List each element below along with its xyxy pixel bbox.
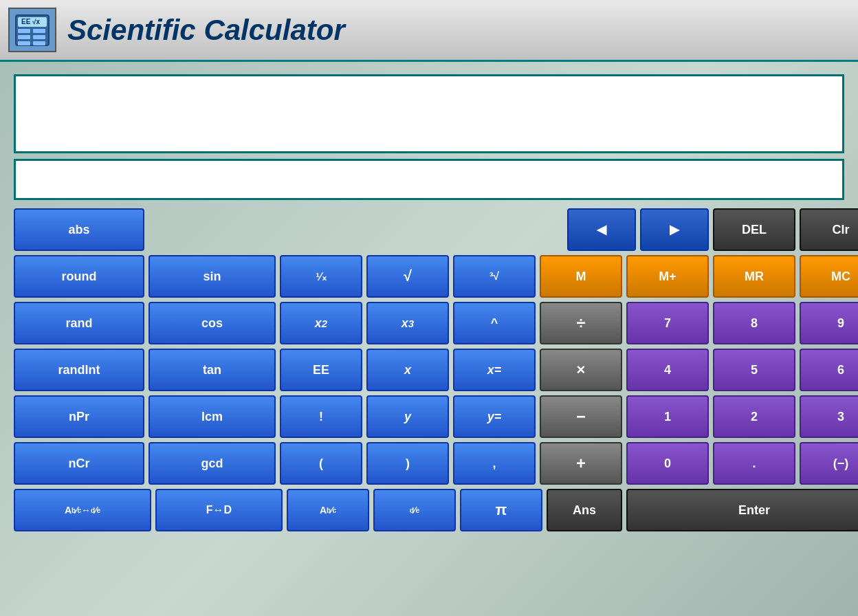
rand-btn[interactable]: rand (14, 302, 144, 344)
m-btn[interactable]: M (540, 255, 622, 298)
svg-rect-2 (18, 29, 30, 33)
calculator-body: abs ◀ ▶ DEL Clr round sin ¹∕ₓ √ ³√ M M+ … (0, 62, 858, 616)
button-row-5: nCr gcd ( ) , + 0 . (−) (14, 442, 858, 485)
button-row-4: nPr lcm ! y y= − 1 2 3 (14, 395, 858, 438)
9-btn[interactable]: 9 (800, 302, 858, 344)
mul-btn[interactable]: × (540, 349, 622, 391)
gcd-btn[interactable]: gcd (148, 442, 276, 485)
lparen-btn[interactable]: ( (280, 442, 362, 485)
sub-btn[interactable]: − (540, 395, 622, 438)
page-title: Scientific Calculator (67, 14, 345, 47)
clr-btn[interactable]: Clr (800, 208, 858, 251)
6-btn[interactable]: 6 (800, 349, 858, 391)
3-btn[interactable]: 3 (800, 395, 858, 438)
svg-rect-7 (33, 41, 45, 45)
abs-btn[interactable]: abs (14, 208, 144, 251)
rparen-btn[interactable]: ) (366, 442, 449, 485)
8-btn[interactable]: 8 (713, 302, 795, 344)
lcm-btn[interactable]: lcm (148, 395, 276, 438)
cbrt-btn[interactable]: ³√ (453, 255, 536, 298)
svg-rect-4 (18, 35, 30, 39)
button-row-1: round sin ¹∕ₓ √ ³√ M M+ MR MC (14, 255, 858, 298)
randint-btn[interactable]: randInt (14, 349, 144, 391)
fact-btn[interactable]: ! (280, 395, 362, 438)
ans-btn[interactable]: Ans (547, 489, 622, 531)
tan-btn[interactable]: tan (148, 349, 276, 391)
enter-btn[interactable]: Enter (626, 489, 858, 531)
mr-btn[interactable]: MR (713, 255, 795, 298)
svg-rect-5 (33, 35, 45, 39)
ee-btn[interactable]: EE (280, 349, 362, 391)
1-btn[interactable]: 1 (626, 395, 709, 438)
svg-rect-3 (33, 29, 45, 33)
fd-btn[interactable]: F↔D (155, 489, 283, 531)
comma-btn[interactable]: , (453, 442, 536, 485)
5-btn[interactable]: 5 (713, 349, 795, 391)
secondary-display[interactable] (14, 159, 844, 200)
button-row-3: randInt tan EE x x= × 4 5 6 (14, 349, 858, 391)
buttons-area: abs ◀ ▶ DEL Clr round sin ¹∕ₓ √ ³√ M M+ … (14, 208, 844, 531)
display-area (14, 74, 844, 200)
xcb-btn[interactable]: x3 (366, 302, 449, 344)
4-btn[interactable]: 4 (626, 349, 709, 391)
frac-btn[interactable]: Ab∕c (287, 489, 369, 531)
mplus-btn[interactable]: M+ (626, 255, 709, 298)
button-row-6: Ab∕c ↔ d∕e F↔D Ab∕c d∕e π Ans Enter (14, 489, 858, 531)
ncr-btn[interactable]: nCr (14, 442, 144, 485)
pow-btn[interactable]: ^ (453, 302, 536, 344)
cos-btn[interactable]: cos (148, 302, 276, 344)
right-arrow-btn[interactable]: ▶ (640, 208, 709, 251)
svg-rect-6 (18, 41, 30, 45)
xsq-btn[interactable]: x2 (280, 302, 362, 344)
title-icon: EE √x (8, 8, 56, 52)
title-bar: EE √x Scientific Calculator (0, 0, 858, 62)
0-btn[interactable]: 0 (626, 442, 709, 485)
npr-btn[interactable]: nPr (14, 395, 144, 438)
add-btn[interactable]: + (540, 442, 622, 485)
button-row-0: abs ◀ ▶ DEL Clr (14, 208, 858, 251)
round-btn[interactable]: round (14, 255, 144, 298)
svg-text:EE: EE (21, 18, 31, 25)
7-btn[interactable]: 7 (626, 302, 709, 344)
main-display[interactable] (14, 74, 844, 153)
x-btn[interactable]: x (366, 349, 449, 391)
pi-btn[interactable]: π (460, 489, 542, 531)
y-btn[interactable]: y (366, 395, 449, 438)
neg-btn[interactable]: (−) (800, 442, 858, 485)
div-btn[interactable]: ÷ (540, 302, 622, 344)
de-btn[interactable]: d∕e (373, 489, 456, 531)
mc-btn[interactable]: MC (800, 255, 858, 298)
fracconv-btn[interactable]: Ab∕c ↔ d∕e (14, 489, 151, 531)
svg-text:√x: √x (32, 18, 40, 25)
button-row-2: rand cos x2 x3 ^ ÷ 7 8 9 (14, 302, 858, 344)
2-btn[interactable]: 2 (713, 395, 795, 438)
xeq-btn[interactable]: x= (453, 349, 536, 391)
yeq-btn[interactable]: y= (453, 395, 536, 438)
sin-btn[interactable]: sin (148, 255, 276, 298)
dot-btn[interactable]: . (713, 442, 795, 485)
reciprocal-btn[interactable]: ¹∕ₓ (280, 255, 362, 298)
sqrt-btn[interactable]: √ (366, 255, 449, 298)
left-arrow-btn[interactable]: ◀ (567, 208, 636, 251)
del-btn[interactable]: DEL (713, 208, 795, 251)
